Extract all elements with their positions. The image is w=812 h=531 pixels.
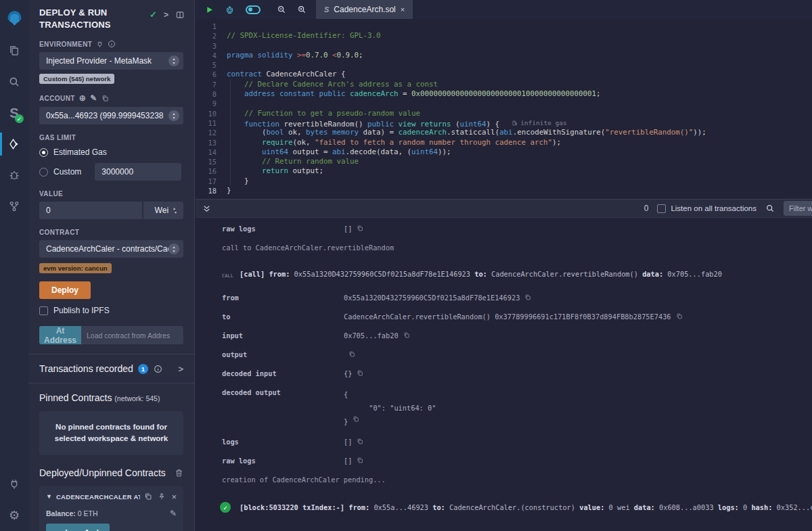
custom-gas-radio[interactable] xyxy=(39,168,48,177)
copy-icon[interactable] xyxy=(348,350,355,358)
code-line: 16 return output; xyxy=(196,166,812,176)
stepper-icon: ▲▼ xyxy=(168,110,179,121)
code-editor: S CadenceArch.sol × 12// SPDX-License-Id… xyxy=(196,0,812,199)
custom-gas-label: Custom xyxy=(53,167,81,177)
terminal-row[interactable]: ✓[block:5033220 txIndex:-] from: 0x55a..… xyxy=(196,503,812,513)
terminal-row[interactable]: toCadenceArchCaler.revertibleRandom() 0x… xyxy=(196,312,812,322)
terminal-row[interactable]: decoded input{} xyxy=(196,369,812,379)
no-pinned-message: No pinned contracts found for selected w… xyxy=(39,411,183,455)
account-select[interactable]: 0x55a...46923 (999.9999453238 ▲▼ xyxy=(39,107,183,124)
estimated-gas-label: Estimated Gas xyxy=(53,147,107,157)
balance-label: Balance: xyxy=(46,509,76,517)
publish-ipfs-checkbox[interactable] xyxy=(39,306,48,315)
terminal-prompt[interactable]: > xyxy=(196,528,812,531)
line-number: 3 xyxy=(196,41,227,51)
editor-toolbar: S CadenceArch.sol × xyxy=(196,0,812,19)
terminal-row[interactable]: creation of CadenceArchCaler pending... xyxy=(196,475,812,485)
debugger-icon[interactable] xyxy=(0,160,28,191)
copy-account-icon[interactable] xyxy=(102,95,109,102)
at-address-input[interactable] xyxy=(81,326,183,344)
zoom-in-icon[interactable] xyxy=(297,5,307,14)
git-icon[interactable] xyxy=(0,191,28,222)
copy-icon[interactable] xyxy=(357,225,363,232)
terminal-row[interactable]: call[call] from: 0x55a1320D432759960C5Df… xyxy=(196,269,812,281)
edit-icon[interactable]: ✎ xyxy=(170,509,177,518)
solidity-compiler-icon[interactable]: S ✓ xyxy=(0,97,28,129)
contract-select[interactable]: CadenceArchCaler - contracts/Cac ▲▼ xyxy=(39,240,183,258)
custom-gas-input[interactable] xyxy=(95,163,181,181)
terminal-row[interactable]: raw logs[] xyxy=(196,224,812,234)
copy-icon[interactable] xyxy=(353,415,359,429)
copy-icon[interactable] xyxy=(357,438,363,445)
line-number: 13 xyxy=(196,138,227,147)
transactions-count-badge: 1 xyxy=(138,364,148,374)
close-icon[interactable]: × xyxy=(171,492,177,502)
file-explorer-icon[interactable] xyxy=(0,35,28,66)
deployed-contracts-title: Deployed/Unpinned Contracts xyxy=(39,467,166,478)
success-check-icon: ✓ xyxy=(220,502,231,513)
plug-icon[interactable] xyxy=(96,41,104,48)
at-address-button[interactable]: At Address xyxy=(39,326,81,344)
terminal-row[interactable]: input0x705...fab20 xyxy=(196,331,812,341)
code-line: 4pragma solidity >=0.7.0 <0.9.0; xyxy=(196,51,812,60)
publish-ipfs-label: Publish to IPFS xyxy=(53,306,110,315)
search-transactions-icon[interactable] xyxy=(765,204,775,213)
sign-message-icon[interactable]: ✎ xyxy=(90,93,97,103)
search-icon[interactable] xyxy=(0,66,28,97)
method-button[interactable]: cadenceArch xyxy=(46,524,110,531)
plugin-manager-icon[interactable] xyxy=(0,469,28,500)
line-number: 8 xyxy=(196,89,227,99)
info-icon[interactable] xyxy=(108,40,116,48)
deploy-run-panel: DEPLOY & RUN TRANSACTIONS ✓ > ENVIRONMEN… xyxy=(28,0,195,531)
terminal-navbar: 0 Listen on all transactions xyxy=(196,199,812,218)
listen-all-checkbox[interactable] xyxy=(657,204,666,213)
terminal-row[interactable]: raw logs[] xyxy=(196,456,812,466)
deploy-run-icon[interactable] xyxy=(0,129,28,160)
copy-icon[interactable] xyxy=(144,492,152,501)
copy-icon[interactable] xyxy=(676,313,683,320)
evm-version-badge: evm version: cancun xyxy=(39,263,112,273)
pin-icon[interactable] xyxy=(158,492,166,501)
info-icon[interactable] xyxy=(154,365,162,373)
line-number: 1 xyxy=(196,22,227,31)
stepper-icon: ▲▼ xyxy=(171,207,180,214)
deployed-contract-card: ▼ CADENCEARCHCALER AT 0X3 × Balance: 0 E… xyxy=(39,486,183,531)
filter-transactions-input[interactable] xyxy=(784,201,812,216)
terminal-row[interactable]: output xyxy=(196,350,812,360)
split-view-icon[interactable] xyxy=(175,10,185,20)
transactions-recorded-row[interactable]: Transactions recorded 1 > xyxy=(28,354,194,383)
expand-terminal-icon[interactable] xyxy=(202,204,211,213)
remix-logo-icon[interactable] xyxy=(0,0,28,35)
copy-icon[interactable] xyxy=(524,294,531,301)
terminal-row[interactable]: logs[] xyxy=(196,437,812,447)
value-input[interactable] xyxy=(39,202,142,219)
value-unit-select[interactable]: Wei ▲▼ xyxy=(143,202,183,219)
deploy-button[interactable]: Deploy xyxy=(39,281,91,299)
line-number: 9 xyxy=(196,99,227,108)
terminal-row[interactable]: decoded output{ "0": "uint64: 0"} xyxy=(196,388,812,428)
terminal-row[interactable]: call to CadenceArchCaler.revertibleRando… xyxy=(196,243,812,253)
ai-assistant-icon[interactable] xyxy=(225,5,235,15)
estimated-gas-radio[interactable] xyxy=(39,148,48,157)
terminal-output[interactable]: raw logs[]call to CadenceArchCaler.rever… xyxy=(196,218,812,531)
terminal-row[interactable]: from0x55a1320D432759960C5Df0215a8dF78e1E… xyxy=(196,293,812,303)
zoom-out-icon[interactable] xyxy=(277,5,286,14)
copy-icon[interactable] xyxy=(403,331,410,339)
run-script-icon[interactable] xyxy=(205,5,214,14)
copy-icon[interactable] xyxy=(357,457,363,464)
close-tab-icon[interactable]: × xyxy=(401,5,405,14)
copy-icon[interactable] xyxy=(357,369,363,377)
environment-select[interactable]: Injected Provider - MetaMask ▲▼ xyxy=(39,52,183,70)
tab-cadencearch[interactable]: S CadenceArch.sol × xyxy=(316,0,413,19)
add-account-icon[interactable]: ⊕ xyxy=(79,93,86,103)
copilot-toggle-icon[interactable] xyxy=(246,5,261,14)
trash-icon[interactable] xyxy=(175,468,183,478)
collapse-chevron-icon[interactable]: ▼ xyxy=(46,493,52,500)
code-area[interactable]: 12// SPDX-License-Identifier: GPL-3.034p… xyxy=(196,19,812,195)
code-line: 17 } xyxy=(196,177,812,186)
expand-chevron-icon[interactable]: > xyxy=(178,364,183,374)
code-line: 2// SPDX-License-Identifier: GPL-3.0 xyxy=(196,31,812,41)
forward-chevron-icon[interactable]: > xyxy=(164,10,168,20)
settings-gear-icon[interactable]: ⚙ xyxy=(0,500,28,531)
code-line: 8 address constant public cadenceArch = … xyxy=(196,89,812,99)
